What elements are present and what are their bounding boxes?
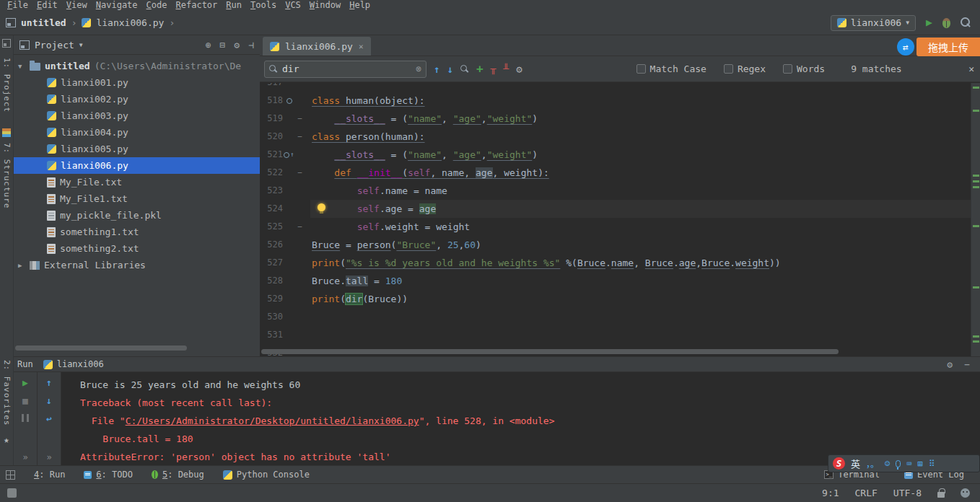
clear-search-icon[interactable]: ⊗ (416, 63, 421, 74)
fold-marker-icon[interactable]: − (295, 164, 305, 182)
menu-run[interactable]: Run (226, 0, 242, 10)
find-search-box[interactable]: ⊗ (264, 61, 426, 78)
multiline-search-icon[interactable]: ╨ (503, 63, 509, 74)
keyboard-icon[interactable]: ⌨ (906, 459, 911, 469)
code-text[interactable]: Bruce = person("Bruce", 25,60) (310, 236, 971, 254)
menu-vcs[interactable]: VCS (285, 0, 301, 10)
search-result-mark[interactable] (973, 186, 979, 188)
lock-icon[interactable] (937, 492, 945, 498)
menu-file[interactable]: File (7, 0, 28, 10)
find-input[interactable] (282, 63, 411, 74)
ime-language-indicator[interactable]: 英 (851, 457, 860, 470)
search-result-mark[interactable] (973, 225, 979, 227)
code-line-519[interactable]: 519− __slots__ = ("name", "age","weight"… (260, 110, 971, 128)
editor-tab-lianxi006[interactable]: lianxi006.py ✕ (263, 37, 371, 56)
microphone-icon[interactable] (896, 460, 901, 467)
code-text[interactable]: class person(human): (310, 128, 971, 146)
error-stripe-scrollbar[interactable] (971, 83, 980, 356)
code-line-522[interactable]: 522− def __init__(self, name, age, weigh… (260, 164, 971, 182)
sync-icon[interactable]: ⇄ (897, 38, 914, 56)
code-line-527[interactable]: 527print("%s is %d years old and he weig… (260, 254, 971, 272)
breadcrumb-file[interactable]: lianxi006.py (96, 17, 164, 28)
match-case-checkbox[interactable]: Match Case (636, 63, 706, 74)
status-left-icon[interactable] (7, 488, 17, 498)
intention-bulb-icon[interactable] (318, 203, 325, 211)
menu-window[interactable]: Window (310, 0, 341, 10)
stop-button[interactable]: ■ (22, 396, 28, 406)
menu-tools[interactable]: Tools (250, 0, 276, 10)
search-result-mark[interactable] (973, 335, 979, 338)
tree-item-external-libraries[interactable]: ▶ External Libraries (14, 257, 260, 273)
locate-file-icon[interactable]: ⊕ (206, 40, 211, 50)
tool-button-structure[interactable]: 7: Structure (2, 143, 12, 208)
tree-item-lianxi006-py[interactable]: lianxi006.py (14, 157, 260, 174)
close-icon[interactable]: ✕ (359, 42, 364, 51)
close-find-bar-icon[interactable]: ✕ (968, 63, 974, 74)
tree-item-something2-txt[interactable]: something2.txt (14, 240, 260, 257)
filter-search-icon[interactable]: ╥ (491, 63, 496, 74)
line-separator-indicator[interactable]: CRLF (855, 488, 878, 498)
tree-item-lianxi004-py[interactable]: lianxi004.py (14, 124, 260, 141)
collapse-arrow-icon[interactable]: ▶ (18, 262, 25, 269)
expand-arrow-icon[interactable]: ▼ (18, 63, 25, 70)
code-text[interactable] (310, 326, 971, 344)
tree-item-my_pickle_file-pkl[interactable]: my_pickle_file.pkl (14, 207, 260, 224)
caret-position[interactable]: 9:1 (822, 488, 839, 498)
code-text[interactable]: def __init__(self, name, age, weight): (310, 164, 971, 182)
code-line-517[interactable]: 517 (260, 83, 971, 92)
code-text[interactable]: self.weight = weight (310, 218, 971, 236)
tree-item-lianxi003-py[interactable]: lianxi003.py (14, 107, 260, 124)
rerun-button[interactable]: ▶ (22, 378, 28, 388)
add-occurrence-icon[interactable]: + (476, 62, 484, 76)
code-text[interactable]: print(dir(Bruce)) (310, 290, 971, 308)
ime-punctuation-indicator[interactable]: ，。 (866, 457, 879, 470)
sogou-logo-icon[interactable]: S (833, 457, 845, 470)
encoding-indicator[interactable]: UTF-8 (893, 488, 922, 498)
inspections-hector-icon[interactable] (961, 488, 970, 498)
tree-item-My_File1-txt[interactable]: My_File1.txt (14, 190, 260, 207)
menu-edit[interactable]: Edit (37, 0, 58, 10)
tree-item-lianxi001-py[interactable]: lianxi001.py (14, 74, 260, 91)
fold-marker-icon[interactable]: − (295, 128, 305, 146)
code-line-530[interactable]: 530 (260, 308, 971, 326)
more-actions-icon[interactable]: » (22, 452, 27, 462)
previous-occurrence-icon[interactable]: ↑ (434, 63, 439, 75)
next-occurrence-icon[interactable]: ↓ (447, 63, 452, 75)
regex-checkbox[interactable]: Regex (724, 63, 766, 74)
fold-marker-icon[interactable]: − (295, 218, 305, 236)
down-stack-trace-icon[interactable]: ↓ (46, 396, 52, 406)
menu-view[interactable]: View (66, 0, 87, 10)
find-all-icon[interactable] (460, 65, 469, 74)
toolbox-icon[interactable]: ⊞ (918, 459, 923, 469)
menu-navigate[interactable]: Navigate (96, 0, 138, 10)
search-result-mark[interactable] (973, 87, 979, 89)
code-line-529[interactable]: 529print(dir(Bruce)) (260, 290, 971, 308)
run-button[interactable]: ▶ (926, 17, 932, 28)
fold-marker-icon[interactable]: − (295, 110, 305, 128)
search-result-mark[interactable] (973, 110, 979, 112)
tool-button-4-run[interactable]: 4: Run (34, 470, 65, 480)
chevron-down-icon[interactable]: ▼ (79, 42, 83, 48)
code-line-526[interactable]: 526Bruce = person("Bruce", 25,60) (260, 236, 971, 254)
drag-upload-button[interactable]: 拖拽上传 (916, 38, 980, 56)
grid-menu-icon[interactable]: ⠿ (929, 459, 935, 469)
code-text[interactable] (310, 83, 971, 92)
run-tab-lianxi006[interactable]: lianxi006 (36, 357, 111, 371)
code-text[interactable]: print("%s is %d years old and he weights… (310, 254, 971, 272)
editor-horizontal-scrollbar[interactable] (261, 349, 839, 354)
structure-icon[interactable] (2, 128, 11, 137)
tree-item-My_File-txt[interactable]: My_File.txt (14, 174, 260, 190)
tool-button-project[interactable]: 1: Project (2, 58, 12, 113)
more-actions-icon[interactable]: » (46, 452, 51, 462)
search-result-mark[interactable] (973, 175, 979, 177)
menu-refactor[interactable]: Refactor (176, 0, 218, 10)
code-text[interactable]: __slots__ = ("name", "age","weight") (310, 146, 971, 164)
code-line-520[interactable]: 520−class person(human): (260, 128, 971, 146)
search-result-mark[interactable] (973, 286, 979, 289)
override-marker-icon[interactable] (286, 98, 292, 104)
code-line-521[interactable]: 521↑ __slots__ = ("name", "age","weight"… (260, 146, 971, 164)
tool-windows-grid-icon[interactable] (6, 470, 15, 480)
tool-button-favorites[interactable]: 2: Favorites (2, 360, 12, 426)
run-config-select[interactable]: lianxi006 ▼ (831, 15, 916, 31)
emoji-icon[interactable]: ☺ (885, 459, 890, 469)
